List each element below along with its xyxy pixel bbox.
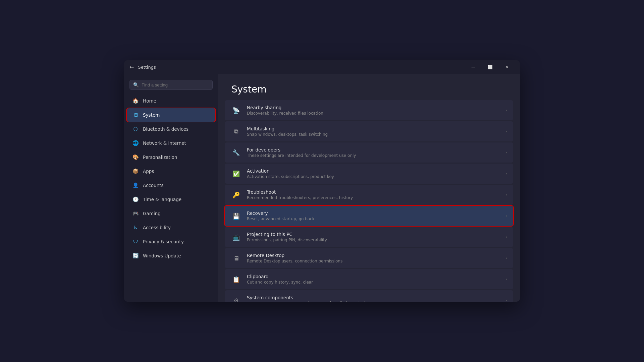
nav-label-privacy: Privacy & security [143,239,184,244]
nav-icon-apps: 📦 [132,168,139,175]
minimize-button[interactable]: — [466,62,481,72]
setting-text-recovery: Recovery Reset, advanced startup, go bac… [247,210,503,221]
setting-icon-clipboard: 📋 [231,274,241,285]
setting-arrow-troubleshoot: › [505,192,507,197]
nav-label-bluetooth: Bluetooth & devices [143,126,189,132]
setting-title-multitasking: Multitasking [247,126,503,131]
search-input[interactable] [142,82,209,87]
setting-item-for-developers[interactable]: 🔧 For developers These settings are inte… [225,142,513,163]
nav-icon-gaming: 🎮 [132,210,139,217]
close-button[interactable]: ✕ [499,62,515,72]
nav-icon-accounts: 👤 [132,182,139,189]
setting-title-clipboard: Clipboard [247,274,503,279]
setting-desc-nearby-sharing: Discoverability, received files location [247,111,503,116]
setting-desc-activation: Activation state, subscriptions, product… [247,174,503,179]
setting-icon-remote-desktop: 🖥 [231,253,241,263]
sidebar-item-home[interactable]: 🏠 Home [127,94,215,108]
setting-item-projecting[interactable]: 📺 Projecting to this PC Permissions, pai… [225,227,513,247]
nav-icon-system: 🖥 [132,112,139,118]
nav-label-home: Home [143,98,156,104]
setting-text-nearby-sharing: Nearby sharing Discoverability, received… [247,105,503,116]
sidebar-item-windows-update[interactable]: 🔄 Windows Update [127,249,215,262]
nav-icon-time: 🕐 [132,196,139,203]
main-header: System [218,74,520,100]
sidebar-item-system[interactable]: 🖥 System [127,108,215,122]
setting-desc-projecting: Permissions, pairing PIN, discoverabilit… [247,238,503,242]
sidebar-item-privacy[interactable]: 🛡 Privacy & security [127,235,215,248]
nav-icon-network: 🌐 [132,140,139,146]
setting-icon-system-components: ⚙ [231,295,241,302]
setting-arrow-nearby-sharing: › [505,108,507,113]
title-bar: ← Settings — ⬜ ✕ [124,60,520,74]
setting-desc-multitasking: Snap windows, desktops, task switching [247,132,503,137]
nav-label-time: Time & language [143,197,181,202]
sidebar-item-accessibility[interactable]: ♿ Accessibility [127,221,215,234]
back-button[interactable]: ← [129,64,134,70]
setting-arrow-remote-desktop: › [505,256,507,260]
search-box[interactable]: 🔍 [129,80,213,90]
setting-arrow-clipboard: › [505,277,507,282]
window-controls: — ⬜ ✕ [466,62,515,72]
setting-icon-nearby-sharing: 📡 [231,105,241,116]
setting-text-activation: Activation Activation state, subscriptio… [247,168,503,179]
setting-title-remote-desktop: Remote Desktop [247,253,503,258]
setting-icon-for-developers: 🔧 [231,147,241,158]
nav-icon-windows-update: 🔄 [132,252,139,259]
sidebar-item-personalization[interactable]: 🎨 Personalization [127,150,215,164]
nav-label-accounts: Accounts [143,183,164,188]
nav-icon-personalization: 🎨 [132,154,139,161]
setting-desc-for-developers: These settings are intended for developm… [247,153,503,158]
setting-text-system-components: System components Manage system componen… [247,295,503,302]
sidebar: 🔍 🏠 Home 🖥 System ⬡ Bluetooth & devices … [124,74,218,302]
nav-icon-bluetooth: ⬡ [132,126,139,132]
nav-icon-home: 🏠 [132,98,139,104]
search-icon: 🔍 [133,82,139,87]
setting-item-nearby-sharing[interactable]: 📡 Nearby sharing Discoverability, receiv… [225,100,513,120]
setting-icon-projecting: 📺 [231,232,241,242]
nav-label-network: Network & internet [143,140,186,146]
setting-item-system-components[interactable]: ⚙ System components Manage system compon… [225,290,513,302]
nav-label-apps: Apps [143,169,154,174]
nav-label-personalization: Personalization [143,155,177,160]
sidebar-item-time[interactable]: 🕐 Time & language [127,193,215,206]
setting-arrow-recovery: › [505,214,507,218]
setting-icon-recovery: 💾 [231,210,241,221]
setting-item-clipboard[interactable]: 📋 Clipboard Cut and copy history, sync, … [225,269,513,289]
setting-text-multitasking: Multitasking Snap windows, desktops, tas… [247,126,503,137]
setting-title-system-components: System components [247,295,503,300]
settings-list: 📡 Nearby sharing Discoverability, receiv… [218,100,520,302]
setting-text-troubleshoot: Troubleshoot Recommended troubleshooters… [247,189,503,200]
sidebar-item-gaming[interactable]: 🎮 Gaming [127,207,215,220]
setting-title-nearby-sharing: Nearby sharing [247,105,503,110]
sidebar-item-network[interactable]: 🌐 Network & internet [127,136,215,150]
setting-text-projecting: Projecting to this PC Permissions, pairi… [247,232,503,242]
setting-text-remote-desktop: Remote Desktop Remote Desktop users, con… [247,253,503,263]
nav-label-accessibility: Accessibility [143,225,171,230]
title-bar-label: Settings [138,65,466,70]
settings-window: ← Settings — ⬜ ✕ 🔍 🏠 Home 🖥 System ⬡ Blu… [124,60,520,302]
setting-title-for-developers: For developers [247,147,503,153]
setting-title-troubleshoot: Troubleshoot [247,189,503,195]
setting-arrow-activation: › [505,171,507,176]
setting-item-troubleshoot[interactable]: 🔑 Troubleshoot Recommended troubleshoote… [225,185,513,205]
main-panel: System 📡 Nearby sharing Discoverability,… [218,74,520,302]
setting-item-activation[interactable]: ✅ Activation Activation state, subscript… [225,164,513,184]
sidebar-item-apps[interactable]: 📦 Apps [127,165,215,178]
nav-icon-accessibility: ♿ [132,224,139,231]
setting-item-multitasking[interactable]: ⧉ Multitasking Snap windows, desktops, t… [225,121,513,141]
setting-desc-recovery: Reset, advanced startup, go back [247,217,503,221]
setting-arrow-for-developers: › [505,150,507,155]
nav-label-windows-update: Windows Update [143,253,181,258]
setting-icon-troubleshoot: 🔑 [231,189,241,200]
sidebar-nav: 🏠 Home 🖥 System ⬡ Bluetooth & devices 🌐 … [124,94,218,263]
setting-title-recovery: Recovery [247,210,503,216]
setting-item-remote-desktop[interactable]: 🖥 Remote Desktop Remote Desktop users, c… [225,248,513,268]
sidebar-item-bluetooth[interactable]: ⬡ Bluetooth & devices [127,122,215,136]
setting-icon-multitasking: ⧉ [231,126,241,137]
setting-arrow-projecting: › [505,235,507,239]
setting-title-activation: Activation [247,168,503,174]
setting-desc-clipboard: Cut and copy history, sync, clear [247,280,503,285]
sidebar-item-accounts[interactable]: 👤 Accounts [127,179,215,192]
setting-item-recovery[interactable]: 💾 Recovery Reset, advanced startup, go b… [225,206,513,226]
maximize-button[interactable]: ⬜ [482,62,498,72]
